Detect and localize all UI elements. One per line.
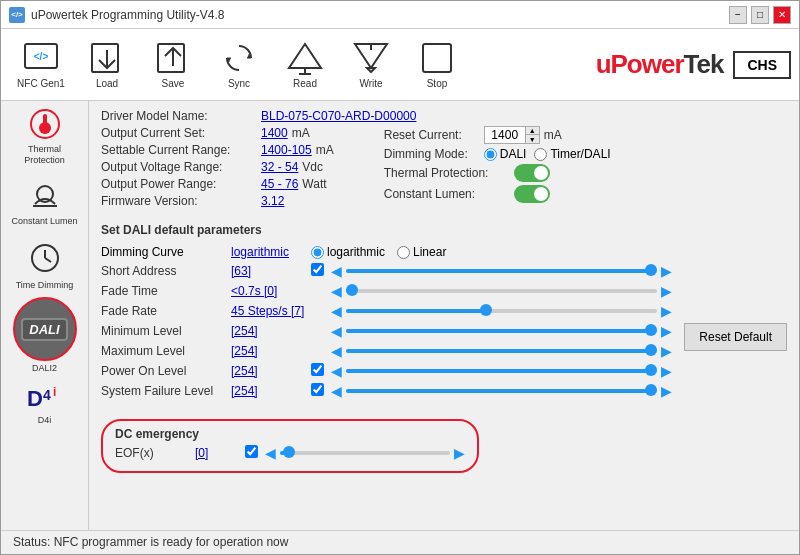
spin-down[interactable]: ▼ — [525, 135, 539, 143]
toolbar-nfc-gen1[interactable]: </> NFC Gen1 — [9, 35, 73, 95]
sidebar: Thermal Protection Constant Lumen — [1, 101, 89, 530]
sidebar-item-thermal[interactable]: Thermal Protection — [7, 105, 83, 167]
toolbar-sync[interactable]: Sync — [207, 35, 271, 95]
reset-current-row: Reset Current: 1400 ▲ ▼ mA — [384, 126, 611, 144]
output-current-label: Output Current Set: — [101, 126, 261, 140]
system-failure-left-arrow[interactable]: ◀ — [331, 383, 342, 399]
output-current-row: Output Current Set: 1400 mA — [101, 126, 334, 140]
toolbar-save[interactable]: Save — [141, 35, 205, 95]
fade-rate-track[interactable] — [346, 309, 657, 313]
thermal-protection-label: Thermal Protection: — [384, 166, 514, 180]
svg-rect-2 — [92, 44, 118, 72]
toolbar-items: </> NFC Gen1 Load — [9, 35, 596, 95]
fade-rate-right-arrow[interactable]: ▶ — [661, 303, 672, 319]
settable-range-row: Settable Current Range: 1400-105 mA — [101, 143, 334, 157]
maximum-level-track[interactable] — [346, 349, 657, 353]
system-failure-slider-area: ◀ ▶ — [331, 383, 672, 399]
eof-track[interactable] — [280, 451, 450, 455]
minimize-button[interactable]: − — [729, 6, 747, 24]
timer-radio[interactable] — [534, 148, 547, 161]
d4i-label: D4i — [38, 415, 52, 426]
reset-current-spinbox[interactable]: 1400 ▲ ▼ — [484, 126, 540, 144]
sidebar-item-constant-lumen[interactable]: Constant Lumen — [7, 169, 83, 231]
linear-radio[interactable] — [397, 246, 410, 259]
output-current-unit: mA — [292, 126, 310, 140]
timer-radio-item[interactable]: Timer/DALI — [534, 147, 610, 161]
voltage-range-label: Output Voltage Range: — [101, 160, 261, 174]
chs-button[interactable]: CHS — [733, 51, 791, 79]
linear-radio-item[interactable]: Linear — [397, 245, 446, 259]
maximum-level-slider-area: ◀ ▶ — [331, 343, 672, 359]
sidebar-item-dali2[interactable]: DALI DALI2 — [13, 297, 77, 374]
eof-left-arrow[interactable]: ◀ — [265, 445, 276, 461]
voltage-range-unit: Vdc — [302, 160, 323, 174]
system-failure-track[interactable] — [346, 389, 657, 393]
thermal-toggle[interactable] — [514, 164, 550, 182]
short-address-track[interactable] — [346, 269, 657, 273]
toolbar-write[interactable]: Write — [339, 35, 403, 95]
maximum-level-label: Maximum Level — [101, 344, 231, 358]
timer-radio-label: Timer/DALI — [550, 147, 610, 161]
dali-radio-item[interactable]: DALI — [484, 147, 527, 161]
reset-current-value: 1400 — [485, 127, 525, 143]
lumen-icon — [25, 174, 65, 214]
constant-lumen-label: Constant Lumen — [11, 216, 77, 227]
fade-time-left-arrow[interactable]: ◀ — [331, 283, 342, 299]
svg-text:</>: </> — [34, 51, 49, 62]
dali-radio-label: DALI — [500, 147, 527, 161]
power-on-slider-area: ◀ ▶ — [331, 363, 672, 379]
sidebar-item-time-dimming[interactable]: Time Dimming — [7, 233, 83, 295]
svg-text:D: D — [27, 386, 43, 411]
eof-label: EOF(x) — [115, 446, 195, 460]
toolbar-stop[interactable]: Stop — [405, 35, 469, 95]
power-on-track[interactable] — [346, 369, 657, 373]
power-on-checkbox[interactable] — [311, 363, 324, 376]
reset-default-button[interactable]: Reset Default — [684, 323, 787, 351]
stop-label: Stop — [427, 78, 448, 89]
power-range-label: Output Power Range: — [101, 177, 261, 191]
fade-time-track[interactable] — [346, 289, 657, 293]
short-address-checkbox[interactable] — [311, 263, 324, 276]
driver-model-label: Driver Model Name: — [101, 109, 261, 123]
app-icon: </> — [9, 7, 25, 23]
close-button[interactable]: ✕ — [773, 6, 791, 24]
fade-rate-left-arrow[interactable]: ◀ — [331, 303, 342, 319]
system-failure-value: [254] — [231, 384, 311, 398]
load-label: Load — [96, 78, 118, 89]
eof-right-arrow[interactable]: ▶ — [454, 445, 465, 461]
maximum-level-left-arrow[interactable]: ◀ — [331, 343, 342, 359]
minimum-level-right-arrow[interactable]: ▶ — [661, 323, 672, 339]
brand-logo: uPowerTek — [596, 49, 724, 80]
short-address-right-arrow[interactable]: ▶ — [661, 263, 672, 279]
title-bar-left: </> uPowertek Programming Utility-V4.8 — [9, 7, 224, 23]
log-radio[interactable] — [311, 246, 324, 259]
maximize-button[interactable]: □ — [751, 6, 769, 24]
constant-lumen-toggle[interactable] — [514, 185, 550, 203]
spin-up[interactable]: ▲ — [525, 127, 539, 135]
driver-model-value: BLD-075-C070-ARD-D00000 — [261, 109, 416, 123]
fade-time-right-arrow[interactable]: ▶ — [661, 283, 672, 299]
dimming-curve-row: Dimming Curve logarithmic logarithmic Li… — [101, 245, 787, 259]
short-address-value: [63] — [231, 264, 311, 278]
window-title: uPowertek Programming Utility-V4.8 — [31, 8, 224, 22]
toolbar-read[interactable]: Read — [273, 35, 337, 95]
eof-checkbox[interactable] — [245, 445, 258, 458]
output-current-value: 1400 — [261, 126, 288, 140]
toolbar-load[interactable]: Load — [75, 35, 139, 95]
sidebar-item-d4i[interactable]: D 4 i D4i — [7, 378, 83, 430]
dali-radio[interactable] — [484, 148, 497, 161]
toolbar: </> NFC Gen1 Load — [1, 29, 799, 101]
log-radio-item[interactable]: logarithmic — [311, 245, 385, 259]
dc-emergency-title: DC emergency — [115, 427, 465, 441]
power-on-left-arrow[interactable]: ◀ — [331, 363, 342, 379]
save-icon — [155, 40, 191, 76]
minimum-level-left-arrow[interactable]: ◀ — [331, 323, 342, 339]
power-on-right-arrow[interactable]: ▶ — [661, 363, 672, 379]
minimum-level-track[interactable] — [346, 329, 657, 333]
maximum-level-right-arrow[interactable]: ▶ — [661, 343, 672, 359]
short-address-left-arrow[interactable]: ◀ — [331, 263, 342, 279]
settable-range-value: 1400-105 — [261, 143, 312, 157]
reset-current-label: Reset Current: — [384, 128, 484, 142]
system-failure-checkbox[interactable] — [311, 383, 324, 396]
system-failure-right-arrow[interactable]: ▶ — [661, 383, 672, 399]
